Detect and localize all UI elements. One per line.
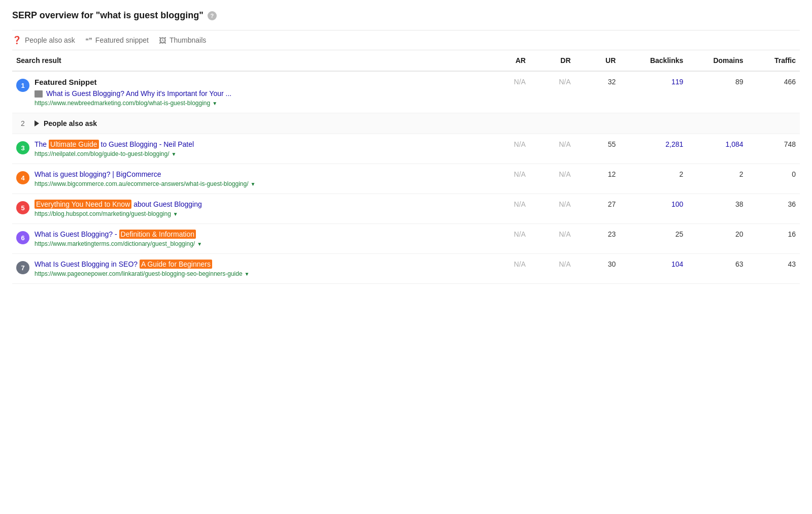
ur-value: 55 bbox=[575, 134, 620, 164]
header-traffic: Traffic bbox=[748, 50, 800, 71]
result-link[interactable]: What Is Guest Blogging in SEO? A Guide f… bbox=[35, 260, 212, 269]
backlinks-value: 2 bbox=[620, 164, 687, 194]
domains-value: 89 bbox=[687, 71, 747, 113]
highlight-text: A Guide for Beginners bbox=[140, 260, 212, 269]
result-content: The Ultimate Guide to Guest Blogging - N… bbox=[35, 140, 481, 157]
result-cell: 5 Everything You Need to Know about Gues… bbox=[12, 194, 485, 224]
result-cell: 7 What Is Guest Blogging in SEO? A Guide… bbox=[12, 254, 485, 284]
header-result: Search result bbox=[12, 50, 485, 71]
table-row: 1 Featured Snippet What is Guest Bloggin… bbox=[12, 71, 800, 113]
ur-value: 27 bbox=[575, 194, 620, 224]
dropdown-arrow-icon[interactable]: ▼ bbox=[212, 101, 217, 106]
dropdown-arrow-icon[interactable]: ▼ bbox=[172, 151, 177, 157]
dr-value: N/A bbox=[530, 134, 575, 164]
domains-value: 2 bbox=[687, 164, 747, 194]
dropdown-arrow-icon[interactable]: ▼ bbox=[245, 271, 250, 277]
rank-badge: 5 bbox=[16, 201, 29, 214]
ur-value: 12 bbox=[575, 164, 620, 194]
traffic-value: 466 bbox=[748, 71, 800, 113]
result-url: https://www.newbreedmarketing.com/blog/w… bbox=[35, 100, 481, 107]
result-content: What is guest blogging? | BigCommerce ht… bbox=[35, 170, 481, 187]
backlinks-value: 119 bbox=[620, 71, 687, 113]
filter-bar: ❓ People also ask ❝❞ Featured snippet 🖼 … bbox=[12, 30, 800, 50]
result-content: Featured Snippet What is Guest Blogging?… bbox=[35, 78, 481, 107]
result-cell: 4 What is guest blogging? | BigCommerce … bbox=[12, 164, 485, 194]
rank-badge: 1 bbox=[16, 79, 29, 92]
result-content: Everything You Need to Know about Guest … bbox=[35, 200, 481, 217]
dr-value: N/A bbox=[530, 254, 575, 284]
ur-value: 30 bbox=[575, 254, 620, 284]
serp-table: Search result AR DR UR Backlinks Domains… bbox=[12, 50, 800, 284]
table-row: 3 The Ultimate Guide to Guest Blogging -… bbox=[12, 134, 800, 164]
triangle-icon bbox=[35, 120, 39, 126]
dropdown-arrow-icon[interactable]: ▼ bbox=[173, 211, 178, 217]
table-row: 4 What is guest blogging? | BigCommerce … bbox=[12, 164, 800, 194]
highlight-text: Ultimate Guide bbox=[49, 140, 99, 149]
header-ur: UR bbox=[575, 50, 620, 71]
title-text-part: What Is Guest Blogging in SEO? bbox=[35, 260, 140, 268]
header-dr: DR bbox=[530, 50, 575, 71]
dr-value: N/A bbox=[530, 224, 575, 254]
ur-value: 32 bbox=[575, 71, 620, 113]
result-content: What is Guest Blogging? - Definition & I… bbox=[35, 230, 481, 247]
ar-value: N/A bbox=[485, 194, 530, 224]
filter-thumbnails-label: Thumbnails bbox=[170, 36, 206, 44]
domains-value: 63 bbox=[687, 254, 747, 284]
result-link[interactable]: What is Guest Blogging? - Definition & I… bbox=[35, 230, 196, 239]
domains-value: 20 bbox=[687, 224, 747, 254]
backlinks-value: 25 bbox=[620, 224, 687, 254]
result-url: https://blog.hubspot.com/marketing/guest… bbox=[35, 210, 481, 217]
domains-value: 38 bbox=[687, 194, 747, 224]
help-icon[interactable]: ? bbox=[208, 11, 217, 20]
people-also-ask-label: People also ask bbox=[35, 119, 97, 127]
filter-thumbnails[interactable]: 🖼 Thumbnails bbox=[159, 36, 206, 45]
result-link[interactable]: Everything You Need to Know about Guest … bbox=[35, 200, 202, 209]
dr-value: N/A bbox=[530, 194, 575, 224]
result-link[interactable]: What is guest blogging? | BigCommerce bbox=[35, 170, 161, 178]
rank-badge: 4 bbox=[16, 171, 29, 184]
rank-badge: 7 bbox=[16, 261, 29, 274]
filter-featured-snippet-label: Featured snippet bbox=[95, 36, 149, 44]
rank-badge: 6 bbox=[16, 231, 29, 244]
result-url: https://www.marketingterms.com/dictionar… bbox=[35, 240, 481, 247]
ar-value: N/A bbox=[485, 224, 530, 254]
traffic-value: 16 bbox=[748, 224, 800, 254]
dropdown-arrow-icon[interactable]: ▼ bbox=[251, 181, 256, 187]
table-row: 2 People also ask bbox=[12, 113, 800, 134]
filter-people-also-ask-label: People also ask bbox=[25, 36, 75, 44]
result-link[interactable]: The Ultimate Guide to Guest Blogging - N… bbox=[35, 140, 194, 149]
featured-snippet-badge: Featured Snippet bbox=[35, 78, 97, 86]
title-text-part: to Guest Blogging - Neil Patel bbox=[99, 140, 194, 148]
ur-value: 23 bbox=[575, 224, 620, 254]
dr-value: N/A bbox=[530, 71, 575, 113]
domains-value: 1,084 bbox=[687, 134, 747, 164]
result-url: https://neilpatel.com/blog/guide-to-gues… bbox=[35, 150, 481, 157]
result-url: https://www.bigcommerce.com.au/ecommerce… bbox=[35, 180, 481, 187]
table-row: 6 What is Guest Blogging? - Definition &… bbox=[12, 224, 800, 254]
result-link[interactable]: What is Guest Blogging? And Why it's Imp… bbox=[46, 89, 231, 98]
table-row: 5 Everything You Need to Know about Gues… bbox=[12, 194, 800, 224]
dr-value: N/A bbox=[530, 164, 575, 194]
header-ar: AR bbox=[485, 50, 530, 71]
dropdown-arrow-icon[interactable]: ▼ bbox=[197, 241, 202, 247]
ar-value: N/A bbox=[485, 164, 530, 194]
featured-snippet-icon: ❝❞ bbox=[85, 37, 92, 44]
filter-people-also-ask[interactable]: ❓ People also ask bbox=[12, 36, 75, 45]
title-text-part: What is guest blogging? | BigCommerce bbox=[35, 170, 161, 178]
result-cell: 3 The Ultimate Guide to Guest Blogging -… bbox=[12, 134, 485, 164]
title-text-part: The bbox=[35, 140, 49, 148]
ar-value: N/A bbox=[485, 254, 530, 284]
result-content: What Is Guest Blogging in SEO? A Guide f… bbox=[35, 260, 481, 277]
page-title: SERP overview for "what is guest bloggin… bbox=[12, 10, 800, 21]
people-also-ask-cell: 2 People also ask bbox=[12, 113, 800, 134]
backlinks-value: 2,281 bbox=[620, 134, 687, 164]
ar-value: N/A bbox=[485, 71, 530, 113]
title-text-part: about Guest Blogging bbox=[131, 200, 202, 208]
result-url: https://www.pageonepower.com/linkarati/g… bbox=[35, 270, 481, 277]
title-text: SERP overview for "what is guest bloggin… bbox=[12, 10, 204, 21]
people-also-ask-icon: ❓ bbox=[12, 36, 22, 45]
traffic-value: 36 bbox=[748, 194, 800, 224]
traffic-value: 43 bbox=[748, 254, 800, 284]
thumbnails-icon: 🖼 bbox=[159, 36, 166, 45]
filter-featured-snippet[interactable]: ❝❞ Featured snippet bbox=[85, 36, 149, 44]
